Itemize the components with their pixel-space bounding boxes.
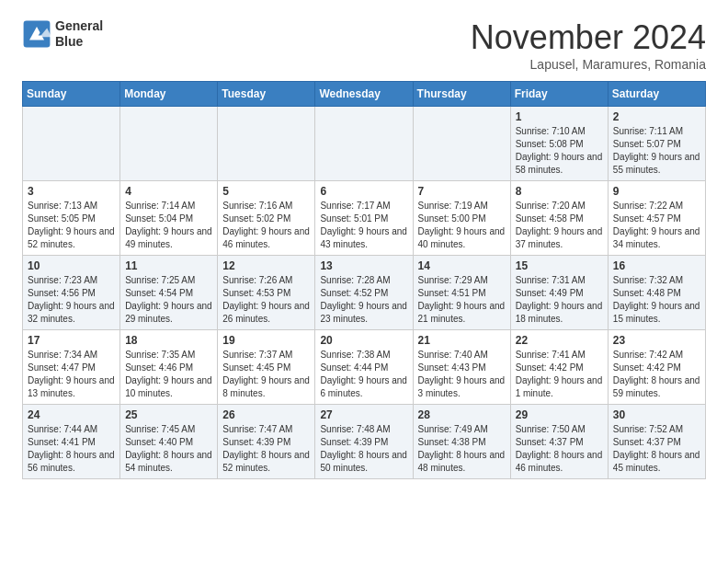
calendar-week-3: 17Sunrise: 7:34 AM Sunset: 4:47 PM Dayli… [23,330,706,405]
day-info: Sunrise: 7:19 AM Sunset: 5:00 PM Dayligh… [418,200,506,251]
calendar-week-4: 24Sunrise: 7:44 AM Sunset: 4:41 PM Dayli… [23,405,706,479]
title-block: November 2024 Lapusel, Maramures, Romani… [471,18,706,72]
day-number: 1 [516,110,603,123]
day-number: 16 [613,259,700,272]
day-info: Sunrise: 7:23 AM Sunset: 4:56 PM Dayligh… [28,274,115,326]
day-number: 15 [516,259,603,272]
day-info: Sunrise: 7:28 AM Sunset: 4:52 PM Dayligh… [320,274,407,326]
day-number: 26 [222,408,310,421]
calendar-cell: 7Sunrise: 7:19 AM Sunset: 5:00 PM Daylig… [413,181,510,256]
calendar-cell: 6Sunrise: 7:17 AM Sunset: 5:01 PM Daylig… [315,181,413,256]
calendar-cell [315,107,413,181]
calendar-cell: 4Sunrise: 7:14 AM Sunset: 5:04 PM Daylig… [120,181,218,256]
day-number: 24 [28,408,115,421]
day-info: Sunrise: 7:25 AM Sunset: 4:54 PM Dayligh… [125,274,212,326]
day-number: 23 [613,334,700,347]
day-info: Sunrise: 7:16 AM Sunset: 5:02 PM Dayligh… [222,200,310,251]
day-info: Sunrise: 7:49 AM Sunset: 4:38 PM Dayligh… [418,423,506,475]
calendar-cell: 27Sunrise: 7:48 AM Sunset: 4:39 PM Dayli… [315,405,413,479]
calendar-cell: 13Sunrise: 7:28 AM Sunset: 4:52 PM Dayli… [315,256,413,330]
calendar-cell [120,107,218,181]
day-info: Sunrise: 7:48 AM Sunset: 4:39 PM Dayligh… [320,423,407,475]
day-number: 25 [125,408,212,421]
logo: General Blue [22,18,103,50]
day-info: Sunrise: 7:10 AM Sunset: 5:08 PM Dayligh… [516,125,603,177]
day-number: 6 [320,185,407,198]
day-number: 27 [320,408,407,421]
col-sunday: Sunday [23,82,120,107]
day-info: Sunrise: 7:11 AM Sunset: 5:07 PM Dayligh… [613,125,700,177]
header: General Blue November 2024 Lapusel, Mara… [22,18,706,72]
day-info: Sunrise: 7:52 AM Sunset: 4:37 PM Dayligh… [613,423,700,475]
day-info: Sunrise: 7:35 AM Sunset: 4:46 PM Dayligh… [125,349,212,400]
day-number: 3 [28,185,115,198]
day-number: 22 [516,334,603,347]
day-number: 7 [418,185,506,198]
day-info: Sunrise: 7:44 AM Sunset: 4:41 PM Dayligh… [28,423,115,475]
calendar-cell: 5Sunrise: 7:16 AM Sunset: 5:02 PM Daylig… [218,181,315,256]
day-number: 17 [28,334,115,347]
day-info: Sunrise: 7:45 AM Sunset: 4:40 PM Dayligh… [125,423,212,475]
col-wednesday: Wednesday [315,82,413,107]
calendar-cell: 25Sunrise: 7:45 AM Sunset: 4:40 PM Dayli… [120,405,218,479]
calendar-week-0: 1Sunrise: 7:10 AM Sunset: 5:08 PM Daylig… [23,107,706,181]
day-info: Sunrise: 7:37 AM Sunset: 4:45 PM Dayligh… [222,349,310,400]
day-info: Sunrise: 7:17 AM Sunset: 5:01 PM Dayligh… [320,200,407,251]
day-info: Sunrise: 7:50 AM Sunset: 4:37 PM Dayligh… [516,423,603,475]
logo-line2: Blue [55,34,103,50]
day-number: 11 [125,259,212,272]
day-number: 8 [516,185,603,198]
day-number: 18 [125,334,212,347]
calendar-cell: 3Sunrise: 7:13 AM Sunset: 5:05 PM Daylig… [23,181,120,256]
day-info: Sunrise: 7:22 AM Sunset: 4:57 PM Dayligh… [613,200,700,251]
day-number: 5 [222,185,310,198]
day-info: Sunrise: 7:20 AM Sunset: 4:58 PM Dayligh… [516,200,603,251]
calendar-cell [413,107,510,181]
calendar-cell: 22Sunrise: 7:41 AM Sunset: 4:42 PM Dayli… [510,330,608,405]
calendar-cell: 26Sunrise: 7:47 AM Sunset: 4:39 PM Dayli… [218,405,315,479]
calendar-cell: 15Sunrise: 7:31 AM Sunset: 4:49 PM Dayli… [510,256,608,330]
col-tuesday: Tuesday [218,82,315,107]
day-info: Sunrise: 7:14 AM Sunset: 5:04 PM Dayligh… [125,200,212,251]
day-number: 10 [28,259,115,272]
month-title: November 2024 [471,18,706,57]
day-number: 9 [613,185,700,198]
calendar-body: 1Sunrise: 7:10 AM Sunset: 5:08 PM Daylig… [23,107,706,479]
calendar-cell: 16Sunrise: 7:32 AM Sunset: 4:48 PM Dayli… [608,256,705,330]
calendar-cell: 10Sunrise: 7:23 AM Sunset: 4:56 PM Dayli… [23,256,120,330]
day-number: 14 [418,259,506,272]
day-number: 19 [222,334,310,347]
day-info: Sunrise: 7:41 AM Sunset: 4:42 PM Dayligh… [516,349,603,400]
logo-icon [22,19,51,49]
calendar-cell: 19Sunrise: 7:37 AM Sunset: 4:45 PM Dayli… [218,330,315,405]
calendar-cell [23,107,120,181]
logo-text: General Blue [55,18,103,50]
calendar-cell: 9Sunrise: 7:22 AM Sunset: 4:57 PM Daylig… [608,181,705,256]
day-info: Sunrise: 7:29 AM Sunset: 4:51 PM Dayligh… [418,274,506,326]
day-number: 21 [418,334,506,347]
day-number: 2 [613,110,700,123]
day-number: 13 [320,259,407,272]
day-info: Sunrise: 7:38 AM Sunset: 4:44 PM Dayligh… [320,349,407,400]
day-number: 29 [516,408,603,421]
calendar-cell: 11Sunrise: 7:25 AM Sunset: 4:54 PM Dayli… [120,256,218,330]
location-subtitle: Lapusel, Maramures, Romania [471,57,706,72]
day-number: 30 [613,408,700,421]
day-number: 28 [418,408,506,421]
calendar-page: General Blue November 2024 Lapusel, Mara… [0,0,728,498]
calendar-cell: 21Sunrise: 7:40 AM Sunset: 4:43 PM Dayli… [413,330,510,405]
calendar-cell: 30Sunrise: 7:52 AM Sunset: 4:37 PM Dayli… [608,405,705,479]
day-info: Sunrise: 7:47 AM Sunset: 4:39 PM Dayligh… [222,423,310,475]
day-info: Sunrise: 7:42 AM Sunset: 4:42 PM Dayligh… [613,349,700,400]
calendar-cell: 8Sunrise: 7:20 AM Sunset: 4:58 PM Daylig… [510,181,608,256]
col-thursday: Thursday [413,82,510,107]
day-number: 20 [320,334,407,347]
calendar-week-1: 3Sunrise: 7:13 AM Sunset: 5:05 PM Daylig… [23,181,706,256]
day-number: 12 [222,259,310,272]
calendar-cell: 28Sunrise: 7:49 AM Sunset: 4:38 PM Dayli… [413,405,510,479]
calendar-cell: 23Sunrise: 7:42 AM Sunset: 4:42 PM Dayli… [608,330,705,405]
calendar-cell: 14Sunrise: 7:29 AM Sunset: 4:51 PM Dayli… [413,256,510,330]
calendar-cell: 20Sunrise: 7:38 AM Sunset: 4:44 PM Dayli… [315,330,413,405]
calendar-header: Sunday Monday Tuesday Wednesday Thursday… [23,82,706,107]
day-info: Sunrise: 7:34 AM Sunset: 4:47 PM Dayligh… [28,349,115,400]
